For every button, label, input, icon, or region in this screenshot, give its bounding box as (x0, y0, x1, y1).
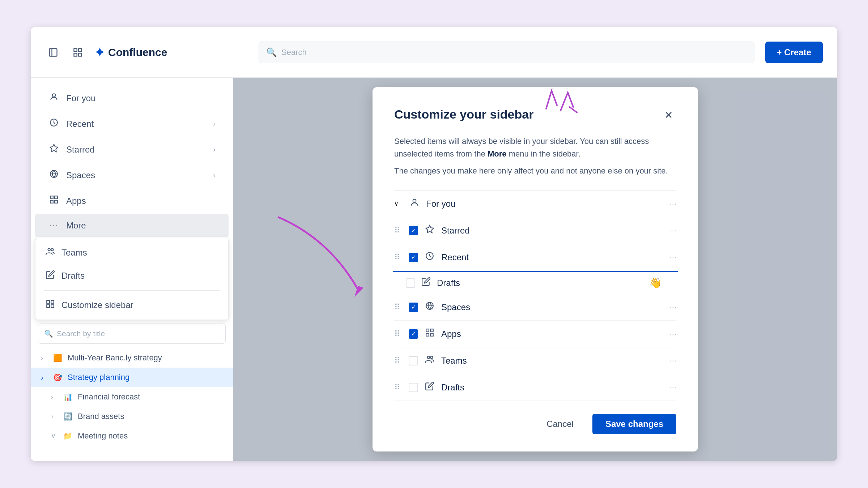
for-you-icon (48, 92, 60, 104)
tree-item-multi-year[interactable]: › 🟧 Multi-Year Banc.ly strategy (31, 348, 233, 368)
sidebar-search[interactable]: 🔍 Search by title (38, 324, 226, 344)
dropdown-item-drafts[interactable]: Drafts (35, 264, 228, 287)
sidebar-item-spaces[interactable]: Spaces › (35, 163, 229, 188)
modal-dots-starred[interactable]: ··· (670, 226, 676, 235)
drag-drop-zone: Drafts 👋 (394, 271, 676, 294)
svg-rect-18 (51, 300, 54, 303)
modal-dots-spaces[interactable]: ··· (670, 303, 676, 312)
svg-rect-13 (50, 200, 53, 203)
checkbox-drafts[interactable] (409, 383, 418, 392)
checkbox-apps[interactable]: ✓ (409, 329, 418, 339)
starred-icon (48, 144, 60, 155)
tree-label-multi-year: Multi-Year Banc.ly strategy (68, 353, 224, 363)
logo[interactable]: ✦ Confluence (94, 45, 167, 60)
svg-point-30 (427, 356, 430, 359)
modal-label-drafts-inline: Drafts (437, 278, 644, 288)
tree-item-brand-assets[interactable]: › 🔄 Brand assets (31, 407, 233, 426)
sidebar-label-starred: Starred (66, 145, 207, 155)
checkbox-recent[interactable]: ✓ (409, 253, 418, 262)
tree-item-strategy-planning[interactable]: › 🎯 Strategy planning (31, 368, 233, 387)
modal-close-button[interactable]: ✕ (660, 107, 676, 123)
modal-dots-recent[interactable]: ··· (670, 253, 676, 262)
dropdown-label-drafts: Drafts (61, 271, 85, 281)
tree-label-strategy-planning: Strategy planning (68, 373, 224, 382)
modal-item-drafts: ⠿ Drafts ··· (394, 374, 676, 401)
sidebar-item-for-you[interactable]: For you (35, 86, 229, 111)
dropdown-item-teams[interactable]: Teams (35, 241, 228, 264)
modal-footer: Cancel Save changes (394, 414, 676, 434)
search-bar[interactable]: 🔍 Search (259, 42, 754, 63)
create-button[interactable]: + Create (765, 42, 823, 63)
chevron-icon: › (51, 413, 59, 420)
drag-handle-spaces[interactable]: ⠿ (394, 303, 403, 312)
modal-apps-icon (424, 328, 435, 340)
drag-handle-apps[interactable]: ⠿ (394, 329, 403, 339)
topbar-left: ✦ Confluence (45, 44, 248, 60)
svg-rect-27 (430, 329, 433, 332)
modal-drafts-inline-icon (420, 277, 432, 289)
modal-dots-for-you[interactable]: ··· (670, 199, 676, 209)
modal-label-recent: Recent (441, 252, 664, 262)
sidebar-toggle-icon[interactable] (45, 44, 61, 60)
svg-rect-20 (51, 305, 54, 308)
svg-rect-0 (50, 48, 57, 56)
sidebar-item-apps[interactable]: Apps (35, 188, 229, 213)
modal-dots-drafts[interactable]: ··· (670, 383, 676, 392)
svg-rect-11 (50, 196, 53, 199)
create-button-label: + Create (777, 47, 811, 57)
svg-rect-4 (74, 53, 77, 56)
dropdown-label-teams: Teams (61, 248, 87, 258)
teams-icon (46, 247, 55, 258)
drag-handle-teams[interactable]: ⠿ (394, 356, 403, 365)
checkbox-drafts-inline[interactable] (406, 278, 415, 288)
chevron-icon: › (41, 354, 49, 362)
chevron-down-icon: ∨ (51, 432, 59, 440)
modal-starred-icon (424, 224, 435, 236)
tree-item-meeting-notes[interactable]: ∨ 📁 Meeting notes (31, 426, 233, 446)
dropdown-item-customize[interactable]: Customize sidebar (35, 294, 228, 317)
modal-label-apps: Apps (441, 329, 664, 339)
save-changes-button[interactable]: Save changes (592, 414, 676, 434)
tree-item-financial-forecast[interactable]: › 📊 Financial forecast (31, 387, 233, 407)
sidebar-item-starred[interactable]: Starred › (35, 137, 229, 162)
for-you-collapse-icon[interactable]: ∨ (394, 200, 403, 207)
checkbox-starred[interactable]: ✓ (409, 226, 418, 235)
modal-item-for-you: ∨ For you ··· (394, 191, 676, 217)
cancel-button[interactable]: Cancel (535, 414, 585, 434)
drag-handle-drafts[interactable]: ⠿ (394, 383, 403, 392)
content-area: Customize your sidebar ✕ Selected items … (233, 78, 837, 461)
modal-label-teams: Teams (441, 356, 664, 366)
drag-handle-starred[interactable]: ⠿ (394, 226, 403, 235)
drafts-dropdown-icon (46, 270, 55, 282)
app-name: Confluence (108, 46, 167, 59)
main-area: For you Recent › Starred › (31, 78, 837, 461)
svg-point-21 (413, 200, 416, 203)
svg-rect-26 (426, 329, 429, 332)
svg-point-31 (430, 356, 433, 359)
svg-rect-14 (55, 200, 58, 203)
sidebar: For you Recent › Starred › (31, 78, 233, 461)
customize-icon (46, 299, 55, 311)
sidebar-search-icon: 🔍 (44, 329, 53, 338)
sidebar-search-placeholder: Search by title (57, 329, 105, 338)
checkbox-teams[interactable] (409, 356, 418, 365)
divider (44, 290, 220, 291)
drag-handle-recent[interactable]: ⠿ (394, 253, 403, 262)
financial-forecast-icon: 📊 (63, 393, 73, 401)
modal-label-spaces: Spaces (441, 302, 664, 312)
sidebar-label-apps: Apps (66, 196, 216, 206)
more-icon: ··· (48, 221, 60, 230)
sidebar-label-for-you: For you (66, 93, 216, 103)
checkbox-spaces[interactable]: ✓ (409, 303, 418, 312)
multi-year-icon: 🟧 (53, 354, 63, 362)
modal-dots-teams[interactable]: ··· (670, 356, 676, 365)
modal-item-drafts-inline: Drafts 👋 (394, 272, 676, 294)
sidebar-item-more[interactable]: ··· More (35, 214, 229, 237)
sidebar-item-recent[interactable]: Recent › (35, 111, 229, 136)
description-bold: More (488, 149, 507, 158)
modal-dots-apps[interactable]: ··· (670, 329, 676, 339)
modal-description: Selected items will always be visible in… (394, 135, 676, 160)
brand-assets-icon: 🔄 (63, 412, 73, 421)
apps-icon (48, 195, 60, 207)
grid-icon[interactable] (70, 44, 86, 60)
